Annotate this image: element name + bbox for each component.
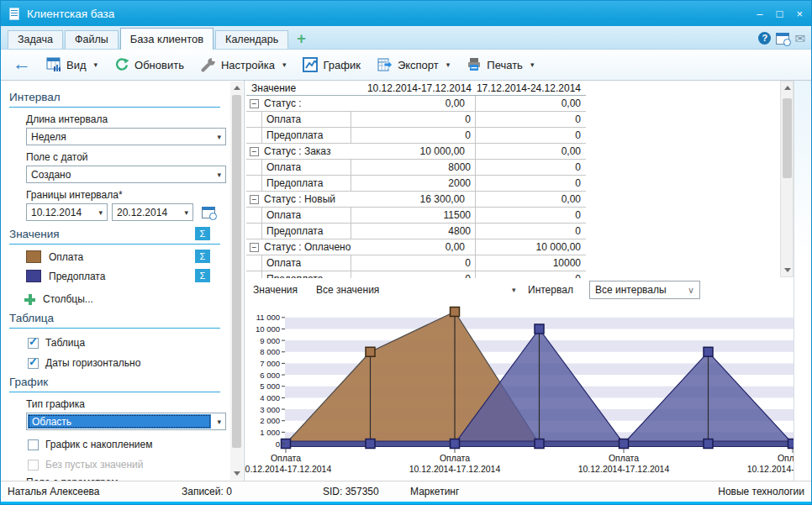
table-row[interactable]: Оплата00 — [246, 112, 586, 128]
status-user: Наталья Алексеева — [8, 486, 100, 497]
collapse-icon[interactable]: − — [250, 99, 259, 108]
tab-baza-klientov[interactable]: База клиентов — [120, 28, 214, 50]
table-row[interactable]: Оплата115000 — [246, 208, 586, 224]
content-panel: Значение 10.12.2014-17.12.2014 17.12.201… — [245, 81, 794, 481]
table-row[interactable]: −Статус :0,000,00 — [246, 96, 586, 112]
date-to-dropdown[interactable]: 20.12.2014 ▾ — [112, 203, 193, 221]
date-field-dropdown[interactable]: Создано ▾ — [26, 166, 226, 183]
chevron-down-icon: ▾ — [530, 60, 535, 69]
interval-length-dropdown[interactable]: Неделя ▾ — [26, 128, 226, 145]
indent-gutter — [246, 176, 262, 191]
collapse-icon[interactable]: − — [250, 243, 259, 252]
refresh-button[interactable]: Обновить — [108, 54, 191, 76]
svg-text:0: 0 — [276, 439, 280, 449]
date-from-dropdown[interactable]: 10.12.2014 ▾ — [26, 203, 108, 221]
maximize-button[interactable]: □ — [777, 8, 783, 19]
cell-value: 2000 — [351, 176, 476, 191]
row-label: Оплата — [262, 209, 301, 221]
chevron-down-icon: ▾ — [217, 171, 221, 179]
chevron-down-icon: ▾ — [446, 60, 451, 69]
table-row[interactable]: −Статус : Оплачено0,0010 000,00 — [246, 239, 586, 255]
checkbox-dates-horizontal[interactable]: Даты горизонтально — [28, 357, 230, 369]
chart-controls: Значения Все значения ▾ Интервал Все инт… — [245, 278, 794, 302]
svg-text:7 000: 7 000 — [260, 359, 280, 368]
tab-zadacha[interactable]: Задача — [8, 30, 63, 49]
tab-faily[interactable]: Файлы — [65, 30, 119, 49]
export-label: Экспорт — [398, 59, 439, 71]
scroll-up-icon[interactable] — [230, 82, 243, 94]
minimize-button[interactable]: – — [757, 8, 762, 19]
checkbox-stacked-chart[interactable]: График с накоплением — [28, 439, 230, 450]
refresh-icon — [114, 57, 129, 72]
table-scrollbar[interactable] — [780, 81, 794, 277]
row-label: Статус : Оплачено — [264, 241, 351, 253]
sigma-button[interactable]: Σ — [195, 250, 210, 263]
svg-text:10.12.2014-17.12.2014: 10.12.2014-17.12.2014 — [409, 464, 501, 474]
checkbox-icon[interactable] — [28, 358, 39, 369]
chevron-down-icon: ▾ — [282, 60, 287, 69]
export-button[interactable]: Экспорт ▾ — [371, 54, 456, 76]
interval-filter-dropdown[interactable]: Все интервалы ∨ — [589, 281, 700, 299]
print-label: Печать — [487, 59, 523, 71]
table-row[interactable]: Оплата80000 — [246, 160, 586, 176]
table-row[interactable]: Предоплата20000 — [246, 176, 586, 192]
chart-type-dropdown[interactable]: Область ▾ — [26, 413, 226, 430]
value-item-oplata: Оплата Σ — [26, 248, 220, 266]
column-header[interactable]: 10.12.2014-17.12.2014 — [351, 82, 476, 94]
table-row[interactable]: −Статус : Заказ10 000,000,00 — [246, 144, 586, 160]
settings-label: Настройка — [221, 59, 275, 71]
calendar-clock-icon[interactable] — [776, 33, 789, 45]
svg-text:10.12.2014-17.12.2014: 10.12.2014-17.12.2014 — [245, 464, 331, 474]
mail-icon[interactable]: ✉ — [794, 32, 805, 45]
chevron-down-icon: ▾ — [98, 208, 103, 217]
collapse-icon[interactable]: − — [250, 195, 259, 204]
tab-kalendar[interactable]: Календарь — [215, 30, 288, 49]
row-label: Оплата — [262, 257, 301, 269]
collapse-icon[interactable]: − — [250, 147, 259, 156]
table-row[interactable]: Предоплата48000 — [246, 224, 586, 239]
pivot-table-panel: Значение 10.12.2014-17.12.2014 17.12.201… — [245, 81, 794, 278]
view-button[interactable]: Вид ▾ — [40, 54, 104, 76]
wrench-icon — [201, 57, 216, 72]
cell-value: 0 — [351, 271, 476, 278]
cell-value: 4800 — [351, 224, 476, 239]
cell-value: 0,00 — [476, 96, 585, 111]
table-row[interactable]: Оплата010000 — [246, 255, 586, 271]
column-header[interactable]: 17.12.2014-24.12.2014 — [476, 82, 585, 94]
scrollbar-thumb[interactable] — [783, 98, 792, 178]
table-row[interactable]: −Статус : Новый16 300,000,00 — [246, 192, 586, 208]
checkbox-table[interactable]: Таблица — [28, 337, 230, 349]
add-tab-icon[interactable]: + — [297, 31, 306, 46]
chevron-down-icon: ▾ — [217, 133, 221, 141]
close-button[interactable]: × — [796, 8, 803, 19]
scrollbar-thumb[interactable] — [232, 95, 241, 448]
indent-gutter — [246, 128, 262, 143]
sigma-button[interactable]: Σ — [195, 269, 210, 282]
title-bar: Клиентская база – □ × — [1, 1, 811, 26]
status-department: Маркетинг — [410, 486, 459, 497]
checkbox-icon[interactable] — [28, 338, 39, 349]
columns-button[interactable]: Столбцы... — [24, 293, 230, 305]
sidebar-scrollbar[interactable] — [230, 82, 243, 480]
help-icon[interactable]: ? — [758, 32, 771, 45]
calendar-picker-button[interactable] — [198, 203, 219, 221]
checkbox-icon[interactable] — [28, 439, 39, 450]
chart-button[interactable]: График — [296, 54, 366, 76]
status-bar: Наталья Алексеева Записей: 0 SID: 357350… — [1, 481, 811, 502]
row-label: Статус : Новый — [264, 193, 335, 205]
back-button[interactable]: ← — [6, 55, 40, 75]
column-header[interactable]: Значение — [246, 82, 351, 94]
print-button[interactable]: Печать ▾ — [460, 54, 540, 76]
chevron-down-icon[interactable]: ▾ — [512, 286, 516, 294]
values-filter-value[interactable]: Все значения — [316, 284, 379, 296]
oplata-color-swatch — [26, 250, 41, 263]
indent-gutter — [246, 112, 262, 127]
scroll-down-icon[interactable] — [230, 467, 243, 480]
settings-button[interactable]: Настройка ▾ — [194, 54, 293, 76]
section-chart: График — [9, 373, 220, 392]
row-label: Предоплата — [262, 129, 323, 141]
cell-value: 0,00 — [476, 192, 585, 207]
table-row[interactable]: Предоплата00 — [246, 128, 586, 144]
table-row[interactable]: Предоплата00 — [246, 271, 586, 278]
sigma-button[interactable]: Σ — [195, 227, 210, 240]
